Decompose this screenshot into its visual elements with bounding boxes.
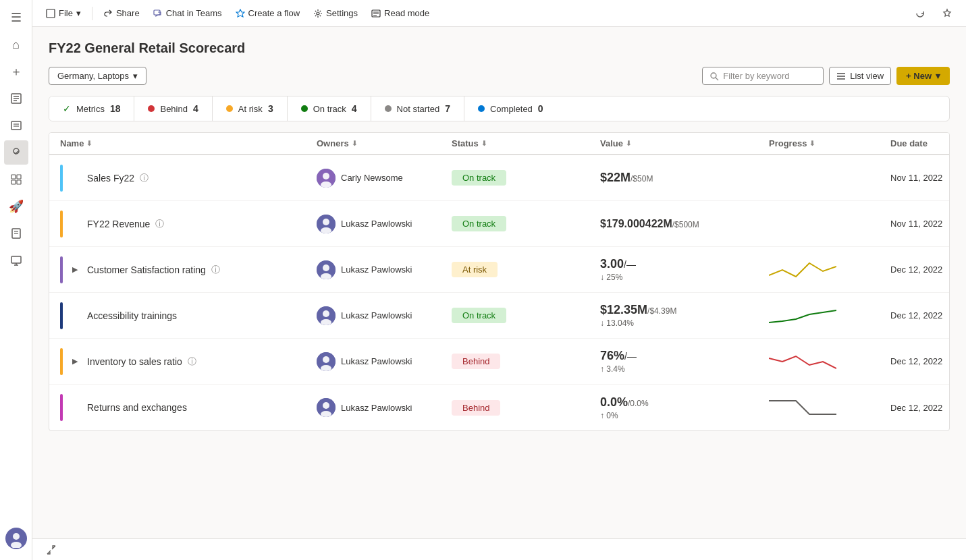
name-cell-3: ▶ Customer Satisfaction rating ⓘ	[60, 256, 317, 283]
col-header-owners[interactable]: Owners ⬇	[317, 138, 452, 148]
svg-point-23	[317, 12, 319, 15]
table-row[interactable]: Accessibility trainings Lukasz Pawlowski…	[49, 293, 949, 339]
status-badge-3: At risk	[452, 262, 498, 277]
owner-name-6: Lukasz Pawlowski	[341, 403, 412, 413]
due-date-3: Dec 12, 2022	[890, 264, 950, 275]
owner-name-5: Lukasz Pawlowski	[341, 356, 412, 366]
svg-point-19	[13, 533, 20, 540]
scope-dropdown[interactable]: Germany, Laptops ▾	[49, 67, 146, 85]
tab-at-risk-label: At risk	[238, 104, 263, 114]
tab-not-started-label: Not started	[397, 104, 440, 114]
tab-not-started[interactable]: Not started 7	[371, 96, 464, 121]
svg-rect-9	[17, 175, 21, 179]
value-change-4: ↓ 13.04%	[600, 318, 769, 328]
col-header-due-date: Due date	[890, 138, 950, 148]
settings-button[interactable]: Settings	[308, 5, 363, 21]
table-header: Name ⬇ Owners ⬇ Status ⬇ Value ⬇ Progres…	[49, 133, 949, 155]
owner-name-2: Lukasz Pawlowski	[341, 219, 412, 229]
list-view-button[interactable]: List view	[829, 67, 891, 85]
expand-btn-5[interactable]: ▶	[68, 355, 82, 368]
create-flow-label: Create a flow	[248, 8, 300, 18]
due-date-1: Nov 11, 2022	[890, 173, 950, 183]
owner-avatar-6	[317, 398, 336, 417]
sidebar-monitor-icon[interactable]	[4, 248, 28, 273]
col-header-progress[interactable]: Progress ⬇	[769, 138, 890, 148]
file-chevron: ▾	[76, 8, 81, 18]
progress-cell-6	[769, 394, 890, 421]
sidebar-grid-icon[interactable]	[4, 167, 28, 192]
value-cell-6: 0.0%/0.0% ↑ 0%	[600, 395, 769, 420]
tab-completed-count: 0	[538, 103, 543, 114]
color-bar-5	[60, 348, 63, 375]
owner-avatar-5	[317, 352, 336, 371]
user-avatar[interactable]	[5, 528, 27, 549]
table-row[interactable]: ▶ Inventory to sales ratio ⓘ Lukasz Pawl…	[49, 339, 949, 385]
tab-completed[interactable]: Completed 0	[464, 96, 557, 121]
color-bar-6	[60, 394, 63, 421]
expand-icon[interactable]	[43, 542, 59, 558]
tab-metrics[interactable]: ✓ Metrics 18	[49, 96, 134, 121]
file-button[interactable]: File ▾	[41, 5, 86, 21]
status-badge-1: On track	[452, 170, 506, 186]
table-row[interactable]: Returns and exchanges Lukasz Pawlowski B…	[49, 385, 949, 430]
tab-metrics-count: 18	[110, 103, 121, 114]
info-icon-3[interactable]: ⓘ	[211, 264, 220, 276]
sparkline-3	[769, 256, 836, 283]
keyword-placeholder: Filter by keyword	[723, 71, 789, 81]
sidebar-files-icon[interactable]	[4, 86, 28, 111]
sidebar-home-icon[interactable]: ⌂	[4, 32, 28, 57]
sidebar-menu-icon[interactable]: ☰	[4, 5, 28, 30]
on-track-dot	[301, 105, 308, 112]
refresh-icon[interactable]	[909, 3, 931, 24]
share-button[interactable]: Share	[98, 5, 145, 21]
sidebar: ☰ ⌂ ＋ 🚀	[0, 0, 32, 560]
tab-behind[interactable]: Behind 4	[134, 96, 212, 121]
sparkline-4	[769, 302, 836, 329]
sidebar-list-icon[interactable]	[4, 113, 28, 138]
owner-avatar-4	[317, 306, 336, 325]
svg-line-29	[716, 78, 718, 80]
owner-cell-1: Carly Newsome	[317, 169, 452, 188]
table-row[interactable]: ▶ Customer Satisfaction rating ⓘ Lukasz …	[49, 247, 949, 293]
create-flow-button[interactable]: Create a flow	[230, 5, 306, 21]
keyword-filter[interactable]: Filter by keyword	[702, 67, 824, 85]
read-mode-button[interactable]: Read mode	[366, 5, 435, 21]
col-header-status[interactable]: Status ⬇	[452, 138, 600, 148]
expand-btn-3[interactable]: ▶	[68, 263, 82, 277]
chat-teams-button[interactable]: Chat in Teams	[148, 5, 227, 21]
col-header-value[interactable]: Value ⬇	[600, 138, 769, 148]
name-cell-2: FY22 Revenue ⓘ	[60, 211, 317, 237]
name-cell-5: ▶ Inventory to sales ratio ⓘ	[60, 348, 317, 375]
status-cell-2: On track	[452, 216, 600, 231]
sidebar-book-icon[interactable]	[4, 221, 28, 246]
sidebar-add-icon[interactable]: ＋	[4, 59, 28, 84]
value-main-3: 3.00/—	[600, 257, 769, 271]
status-cell-3: At risk	[452, 262, 600, 277]
info-icon-1[interactable]: ⓘ	[140, 172, 149, 184]
table-row[interactable]: FY22 Revenue ⓘ Lukasz Pawlowski On track…	[49, 201, 949, 247]
tab-at-risk[interactable]: At risk 3	[213, 96, 288, 121]
at-risk-dot	[226, 105, 233, 112]
value-cell-3: 3.00/— ↓ 25%	[600, 257, 769, 282]
due-date-5: Dec 12, 2022	[890, 356, 950, 366]
owner-cell-6: Lukasz Pawlowski	[317, 398, 452, 417]
svg-point-37	[323, 219, 329, 225]
file-label: File	[59, 8, 73, 18]
info-icon-5[interactable]: ⓘ	[188, 356, 196, 368]
value-cell-1: $22M/$50M	[600, 171, 769, 185]
new-button[interactable]: + New ▾	[896, 67, 950, 85]
bottom-bar	[32, 538, 966, 560]
value-main-4: $12.35M/$4.39M	[600, 303, 769, 317]
filter-right: Filter by keyword List view + New ▾	[702, 67, 950, 85]
metric-name-2: FY22 Revenue	[87, 219, 150, 229]
tab-on-track[interactable]: On track 4	[288, 96, 371, 121]
sidebar-scorecard-icon[interactable]	[4, 140, 28, 165]
table-row[interactable]: Sales Fy22 ⓘ Carly Newsome On track $22M…	[49, 155, 949, 201]
info-icon-2[interactable]: ⓘ	[155, 218, 164, 230]
col-header-name[interactable]: Name ⬇	[60, 138, 317, 148]
sidebar-rocket-icon[interactable]: 🚀	[4, 194, 28, 219]
owner-name-4: Lukasz Pawlowski	[341, 310, 412, 320]
owner-avatar-3	[317, 260, 336, 279]
due-date-4: Dec 12, 2022	[890, 310, 950, 320]
star-icon[interactable]	[936, 3, 958, 24]
